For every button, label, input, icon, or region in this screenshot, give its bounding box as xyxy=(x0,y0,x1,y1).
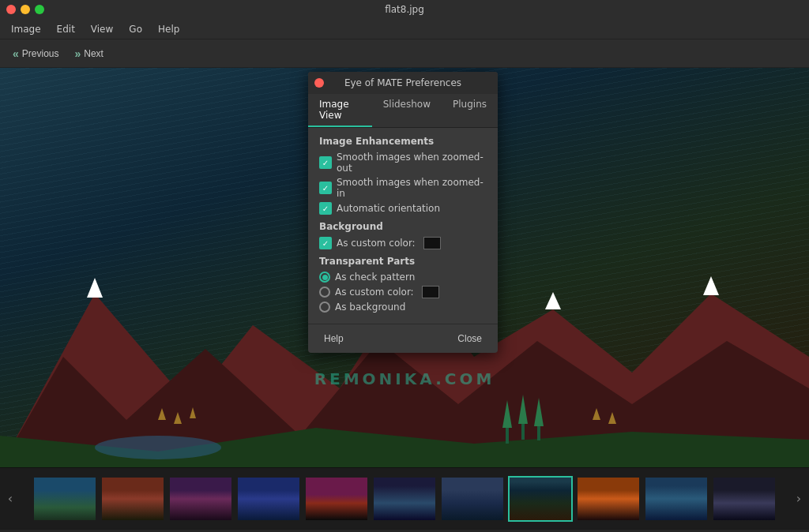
help-button[interactable]: Help xyxy=(319,331,348,347)
transparent-custom-color-label: As custom color: xyxy=(335,287,414,298)
dialog-content: Image Enhancements Smooth images when zo… xyxy=(308,128,498,324)
thumb-9-image xyxy=(578,478,639,520)
menu-go[interactable]: Go xyxy=(122,22,149,36)
smooth-zoom-in-row: Smooth images when zoomed-in xyxy=(319,177,487,199)
thumbnail-5[interactable] xyxy=(304,476,369,522)
dialog-close-btn-footer[interactable]: Close xyxy=(453,331,487,347)
transparent-color-swatch[interactable] xyxy=(422,286,439,298)
thumbnail-strip: ‹ › xyxy=(0,467,809,529)
thumb-11-image xyxy=(713,478,775,520)
thumbnail-11[interactable] xyxy=(712,476,777,522)
as-background-label: As background xyxy=(335,302,405,313)
transparent-custom-color-radio[interactable] xyxy=(319,287,330,298)
maximize-button[interactable] xyxy=(35,5,44,14)
window-controls xyxy=(6,5,44,14)
thumb-7-image xyxy=(442,478,503,520)
dialog-footer: Help Close xyxy=(308,324,498,353)
previous-arrow-icon: « xyxy=(13,47,19,60)
check-pattern-row: As check pattern xyxy=(319,272,487,283)
next-arrow-icon: » xyxy=(74,47,81,60)
check-pattern-radio[interactable] xyxy=(319,272,330,283)
menu-edit[interactable]: Edit xyxy=(51,22,81,36)
smooth-zoom-out-label: Smooth images when zoomed-out xyxy=(337,152,487,174)
svg-marker-3 xyxy=(87,278,103,298)
background-custom-color-label: As custom color: xyxy=(337,238,416,249)
thumbnail-2[interactable] xyxy=(100,476,165,522)
auto-orientation-label: Automatic orientation xyxy=(337,203,440,214)
minimize-button[interactable] xyxy=(21,5,30,14)
auto-orientation-row: Automatic orientation xyxy=(319,202,487,215)
background-color-row: As custom color: xyxy=(319,237,487,249)
background-color-swatch[interactable] xyxy=(423,237,441,249)
next-label: Next xyxy=(84,48,103,59)
check-pattern-label: As check pattern xyxy=(335,272,415,283)
dialog-title: Eye of MATE Preferences xyxy=(344,77,461,88)
thumb-8-image xyxy=(510,478,571,520)
auto-orientation-checkbox[interactable] xyxy=(319,202,332,215)
thumbnail-7[interactable] xyxy=(440,476,505,522)
smooth-zoom-in-label: Smooth images when zoomed-in xyxy=(337,177,487,199)
thumb-5-image xyxy=(306,478,367,520)
menubar: Image Edit View Go Help xyxy=(0,19,809,39)
strip-prev-arrow[interactable]: ‹ xyxy=(3,468,17,530)
smooth-zoom-out-row: Smooth images when zoomed-out xyxy=(319,152,487,174)
thumbnail-4[interactable] xyxy=(236,476,301,522)
as-background-radio[interactable] xyxy=(319,302,330,313)
image-enhancements-title: Image Enhancements xyxy=(319,136,487,147)
thumb-6-image xyxy=(374,478,435,520)
dialog-tabs: Image View Slideshow Plugins xyxy=(308,94,498,128)
thumbnail-1[interactable] xyxy=(32,476,97,522)
preferences-dialog[interactable]: Eye of MATE Preferences Image View Slide… xyxy=(308,72,498,353)
as-background-row: As background xyxy=(319,302,487,313)
tab-slideshow[interactable]: Slideshow xyxy=(372,94,442,127)
window-title: flat8.jpg xyxy=(385,4,424,15)
menu-image[interactable]: Image xyxy=(5,22,47,36)
statusbar: 1920 × 1080 pixels 225,1 kB 62% 8 / 13 xyxy=(0,529,809,532)
thumbnails-container xyxy=(17,476,792,522)
thumbnail-8[interactable] xyxy=(508,476,573,522)
tab-image-view[interactable]: Image View xyxy=(308,94,372,127)
previous-button[interactable]: « Previous xyxy=(6,45,65,62)
svg-marker-6 xyxy=(703,276,719,295)
thumbnail-9[interactable] xyxy=(576,476,641,522)
transparent-custom-color-row: As custom color: xyxy=(319,286,487,298)
tab-plugins[interactable]: Plugins xyxy=(442,94,498,127)
smooth-zoom-out-checkbox[interactable] xyxy=(319,156,332,169)
thumb-2-image xyxy=(102,478,164,520)
dialog-close-button[interactable] xyxy=(314,78,324,88)
thumb-4-image xyxy=(238,478,299,520)
svg-marker-5 xyxy=(545,292,561,309)
smooth-zoom-in-checkbox[interactable] xyxy=(319,182,332,194)
main-view: REMONIKA.COM Eye of MATE Preferences Ima… xyxy=(0,68,809,467)
thumb-3-image xyxy=(170,478,231,520)
menu-view[interactable]: View xyxy=(85,22,119,36)
thumbnail-10[interactable] xyxy=(644,476,709,522)
close-button[interactable] xyxy=(6,5,16,14)
toolbar: « Previous » Next xyxy=(0,39,809,68)
svg-point-18 xyxy=(95,436,221,459)
thumbnail-6[interactable] xyxy=(372,476,437,522)
menu-help[interactable]: Help xyxy=(152,22,186,36)
titlebar: flat8.jpg xyxy=(0,0,809,19)
previous-label: Previous xyxy=(22,48,59,59)
thumb-1-image xyxy=(34,478,96,520)
transparent-parts-title: Transparent Parts xyxy=(319,256,487,267)
thumbnail-3[interactable] xyxy=(168,476,233,522)
thumb-10-image xyxy=(645,478,707,520)
background-title: Background xyxy=(319,221,487,232)
strip-next-arrow[interactable]: › xyxy=(792,468,806,530)
next-button[interactable]: » Next xyxy=(68,45,109,62)
dialog-titlebar: Eye of MATE Preferences xyxy=(308,72,498,94)
background-custom-color-checkbox[interactable] xyxy=(319,237,332,249)
